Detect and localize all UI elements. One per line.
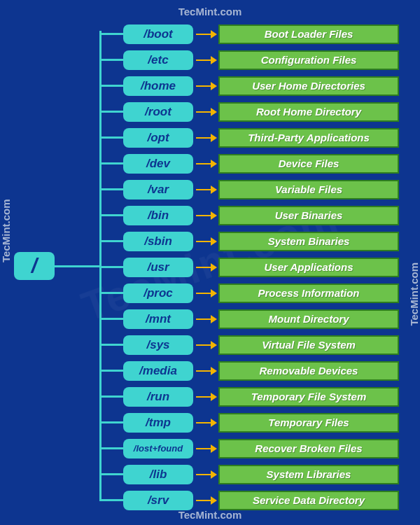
arrow-icon xyxy=(193,180,218,200)
branch-connector xyxy=(99,421,123,424)
directory-node: /opt xyxy=(123,128,193,148)
arrow-icon xyxy=(193,102,218,122)
directory-node: /usr xyxy=(123,258,193,277)
tree-row: /varVariable Files xyxy=(99,176,399,202)
arrow-icon xyxy=(193,387,218,407)
tree-row: /procProcess Information xyxy=(99,280,399,306)
arrow-icon xyxy=(193,128,218,148)
directory-node: /proc xyxy=(123,284,193,303)
description-box: Temporary File System xyxy=(218,387,399,407)
diagram-stage: / /bootBoot Loader Files/etcConfiguratio… xyxy=(78,21,399,504)
description-box: Service Data Directory xyxy=(218,491,399,510)
branch-connector xyxy=(99,344,123,346)
tree-row: /libSystem Libraries xyxy=(99,461,399,487)
description-box: Third-Party Applications xyxy=(218,128,399,148)
arrow-icon xyxy=(193,284,218,303)
branch-connector xyxy=(99,111,123,113)
root-node: / xyxy=(14,252,55,280)
tree-row: /lost+foundRecover Broken Files xyxy=(99,435,399,461)
tree-row: /homeUser Home Directories xyxy=(99,73,399,99)
description-box: Variable Files xyxy=(218,180,399,200)
directory-node: /lib xyxy=(123,465,193,484)
branch-connector xyxy=(99,266,123,268)
arrow-icon xyxy=(193,76,218,96)
arrow-icon xyxy=(193,361,218,381)
branch-connector xyxy=(99,85,123,87)
arrow-icon xyxy=(193,232,218,251)
arrow-icon xyxy=(193,491,218,510)
directory-node: /root xyxy=(123,102,193,122)
branch-connector xyxy=(99,214,123,216)
tree-row: /tmpTemporary Files xyxy=(99,410,399,435)
arrow-icon xyxy=(193,309,218,329)
arrow-icon xyxy=(193,24,218,44)
branch-connector xyxy=(99,162,123,164)
tree-row: /optThird-Party Applications xyxy=(99,125,399,150)
tree-row: /rootRoot Home Directory xyxy=(99,99,399,125)
tree-row: /mntMount Directory xyxy=(99,306,399,332)
tree-row: /sbinSystem Binaries xyxy=(99,228,399,254)
directory-node: /var xyxy=(123,180,193,200)
watermark-left: TecMint.com xyxy=(0,199,12,262)
tree-row: /bootBoot Loader Files xyxy=(99,21,399,47)
directory-node: /media xyxy=(123,361,193,381)
description-box: Boot Loader Files xyxy=(218,24,399,44)
branch-connector xyxy=(99,59,123,61)
arrow-icon xyxy=(193,154,218,174)
directory-node: /run xyxy=(123,387,193,407)
branch-connector xyxy=(99,396,123,398)
tree-row: /sysVirtual File System xyxy=(99,332,399,358)
branch-connector xyxy=(99,447,123,449)
description-box: Mount Directory xyxy=(218,309,399,329)
description-box: Virtual File System xyxy=(218,335,399,355)
directory-node: /srv xyxy=(123,491,193,510)
branch-connector xyxy=(99,318,123,320)
branch-connector xyxy=(99,370,123,372)
directory-node: /bin xyxy=(123,206,193,225)
description-box: Device Files xyxy=(218,154,399,174)
directory-node: /dev xyxy=(123,154,193,174)
tree-row: /srvService Data Directory xyxy=(99,487,399,513)
tree-row: /mediaRemovable Devices xyxy=(99,358,399,384)
tree-row: /devDevice Files xyxy=(99,150,399,176)
directory-node: /mnt xyxy=(123,309,193,329)
directory-node: /boot xyxy=(123,24,193,44)
description-box: User Home Directories xyxy=(218,76,399,96)
tree-row: /usrUser Applications xyxy=(99,254,399,280)
branch-connector xyxy=(99,136,123,139)
root-connector xyxy=(55,265,99,267)
arrow-icon xyxy=(193,439,218,458)
branch-connector xyxy=(99,240,123,242)
tree-row: /etcConfiguration Files xyxy=(99,47,399,73)
arrow-icon xyxy=(193,50,218,70)
description-box: User Applications xyxy=(218,258,399,277)
description-box: Configuration Files xyxy=(218,50,399,70)
description-box: System Libraries xyxy=(218,465,399,484)
arrow-icon xyxy=(193,258,218,277)
arrow-icon xyxy=(193,465,218,484)
tree-rows: /bootBoot Loader Files/etcConfiguration … xyxy=(99,21,399,513)
branch-connector xyxy=(99,292,123,294)
directory-node: /home xyxy=(123,76,193,96)
branch-connector xyxy=(99,473,123,475)
arrow-icon xyxy=(193,206,218,225)
arrow-icon xyxy=(193,413,218,433)
description-box: Temporary Files xyxy=(218,413,399,433)
watermark-top: TecMint.com xyxy=(178,6,242,18)
directory-node: /sys xyxy=(123,335,193,355)
directory-node: /tmp xyxy=(123,413,193,433)
directory-node: /lost+found xyxy=(123,439,193,458)
watermark-right: TecMint.com xyxy=(409,262,421,326)
branch-connector xyxy=(99,499,123,501)
description-box: Root Home Directory xyxy=(218,102,399,122)
description-box: Process Information xyxy=(218,284,399,303)
arrow-icon xyxy=(193,335,218,355)
tree-row: /runTemporary File System xyxy=(99,384,399,410)
tree-row: /binUser Binaries xyxy=(99,202,399,228)
directory-node: /etc xyxy=(123,50,193,70)
directory-node: /sbin xyxy=(123,232,193,251)
branch-connector xyxy=(99,188,123,190)
root-label: / xyxy=(31,254,37,278)
description-box: User Binaries xyxy=(218,206,399,225)
description-box: System Binaries xyxy=(218,232,399,251)
